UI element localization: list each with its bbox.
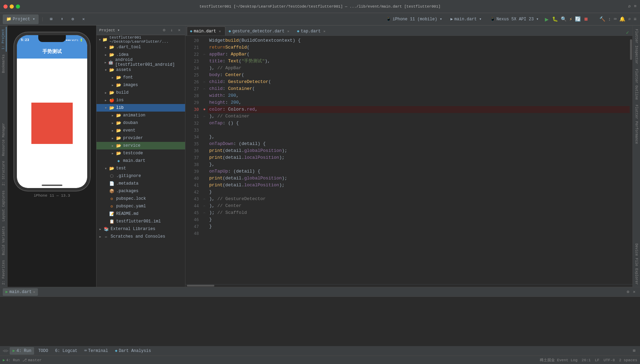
run-settings-icon[interactable]: ⚙ — [625, 289, 631, 295]
tab-close-icon[interactable]: ✕ — [322, 29, 327, 34]
encoding[interactable]: UTF-8 — [603, 358, 615, 362]
next-tab-icon[interactable]: ▷ — [6, 348, 8, 353]
tree-item-scratches[interactable]: ✏ Scratches and Consoles — [96, 233, 185, 240]
more-icon[interactable]: ≡ — [634, 17, 637, 22]
commit-icon[interactable]: ⬆ — [57, 14, 67, 24]
cursor-position[interactable]: 26:1 — [582, 358, 591, 362]
tree-item-font[interactable]: 📂 font — [96, 74, 185, 81]
panel-close-icon[interactable]: ✕ — [176, 27, 182, 33]
run-tab-main[interactable]: ▶ main.dart ✕ — [3, 288, 38, 296]
indent-settings[interactable]: 2 spaces — [619, 358, 637, 362]
tree-item-build[interactable]: 📂 build — [96, 89, 185, 96]
expand-icon — [103, 61, 108, 64]
prev-tab-icon[interactable]: ◁ — [3, 348, 5, 353]
tree-item-root[interactable]: 📁 testflutter001 ~/Desktop/LearnFlutter/… — [96, 36, 185, 43]
terminal-icon[interactable]: ⌨ — [614, 16, 617, 22]
tree-item-iml[interactable]: 📋 testflutter001.iml — [96, 218, 185, 225]
settings-icon-btn[interactable]: ⚙ — [68, 14, 78, 24]
horizontal-scrollbar[interactable] — [185, 284, 632, 287]
hot-reload-icon[interactable]: 🔄 — [575, 16, 581, 22]
flutter-perf-label[interactable]: Flutter Performance — [634, 103, 639, 146]
favorites-label[interactable]: 2: Favorites — [1, 258, 6, 287]
vertical-scrollbar[interactable] — [630, 36, 632, 284]
checkmark-icon[interactable]: ✓ — [624, 30, 631, 35]
tree-item-pubspec-lock[interactable]: ⚙ pubspec.lock — [96, 195, 185, 202]
tab-run[interactable]: ▶ 4: Run — [10, 347, 34, 355]
run-close-icon[interactable]: ✕ — [33, 290, 35, 294]
run-close-panel[interactable]: ✕ — [631, 289, 637, 295]
stop-icon[interactable]: ⏹ — [583, 17, 588, 22]
notifications-icon[interactable]: 🔔 — [619, 16, 625, 22]
tree-item-android[interactable]: 🤖 android [testflutter001_android] — [96, 59, 185, 66]
tree-item-external-libs[interactable]: 📚 External Libraries — [96, 225, 185, 233]
resource-manager-label[interactable]: Resource Manager — [1, 121, 6, 158]
tab-gesture-detector[interactable]: ◆ gesture_detector.dart ✕ — [225, 27, 294, 35]
bookmarks-label[interactable]: Bookmarks — [1, 52, 6, 75]
device-selector[interactable]: 📱 iPhone 11 (mobile) ▾ — [383, 14, 446, 24]
tree-item-metadata[interactable]: 📄 .metadata — [96, 180, 185, 187]
structure-icon[interactable]: ⊞ — [47, 14, 56, 24]
h-scrollbar-thumb[interactable] — [187, 285, 214, 287]
vcs-icon[interactable]: ↕ — [608, 17, 611, 22]
run-config-selector[interactable]: ▶ main.dart ▾ — [447, 14, 485, 24]
tree-item-pubspec-yaml[interactable]: ⚙ pubspec.yaml — [96, 202, 185, 210]
tree-item-images[interactable]: 📂 images — [96, 81, 185, 89]
tree-item-assets[interactable]: 📂 assets — [96, 66, 185, 74]
tree-item-douban[interactable]: 📂 douban — [96, 119, 185, 127]
run-button[interactable]: ▶ — [545, 15, 549, 23]
scrollbar-thumb[interactable] — [630, 39, 632, 60]
lightning-icon[interactable]: ⚡ — [569, 16, 572, 22]
tree-item-main-dart[interactable]: ◆ main.dart — [96, 157, 185, 165]
expand-panel-icon[interactable]: ⊞ — [631, 348, 637, 354]
tab-dart-analysis[interactable]: ◆ Dart Analysis — [112, 347, 154, 355]
search-icon[interactable]: ⌕ — [628, 3, 631, 10]
layout-captures-label[interactable]: Layout Captures — [1, 188, 6, 223]
tree-item-gitignore[interactable]: ⬡ .gitignore — [96, 172, 185, 180]
tree-item-dart-tool[interactable]: 📂 .dart_tool — [96, 43, 185, 51]
git-status[interactable]: ⎇ master — [22, 358, 42, 362]
tree-item-testcode[interactable]: 📂 testcode — [96, 149, 185, 157]
tree-item-animation[interactable]: 📂 animation — [96, 112, 185, 119]
tree-item-event[interactable]: 📂 event — [96, 127, 185, 134]
structure-label[interactable]: 2: Structure — [1, 159, 6, 188]
tree-item-lib[interactable]: 📂 lib — [96, 104, 185, 112]
maximize-button[interactable] — [16, 4, 20, 9]
close-panel-icon[interactable]: ✕ — [79, 14, 88, 24]
build-variants-label[interactable]: Build Variants — [1, 224, 6, 257]
panel-cog-icon[interactable]: ⚙ — [161, 27, 167, 33]
tab-terminal[interactable]: ⌨ Terminal — [82, 347, 111, 355]
minimize-button[interactable] — [10, 4, 14, 9]
tab-todo[interactable]: TODO — [35, 347, 51, 355]
tree-item-service[interactable]: 📂 service — [96, 142, 185, 149]
flutter-inspector-label[interactable]: Flutter Inspector — [634, 27, 639, 66]
tree-item-ios[interactable]: 🍎 ios — [96, 96, 185, 104]
tree-item-readme[interactable]: 📝 README.md — [96, 210, 185, 218]
line-sep[interactable]: LF — [595, 358, 599, 362]
settings-icon[interactable]: ≡ — [634, 4, 637, 9]
search-everywhere-icon[interactable]: ⌕ — [628, 16, 631, 22]
panel-scroll-icon[interactable]: ⇓ — [169, 27, 175, 33]
breakpoint-dot[interactable]: ● — [203, 107, 205, 112]
event-log-btn[interactable]: 稀土掘金 Event Log — [540, 357, 578, 363]
bottom-nav-icons[interactable]: ◁ ▷ — [3, 348, 8, 353]
device-file-label[interactable]: Device File Explorer — [634, 241, 639, 287]
tab-main-dart[interactable]: ◆ main.dart ✕ — [187, 27, 225, 35]
tab-logcat[interactable]: 6: Logcat — [52, 347, 80, 355]
console-area[interactable] — [0, 297, 640, 346]
tab-tap[interactable]: ◆ tap.dart ✕ — [294, 27, 330, 35]
tree-item-test[interactable]: 📂 test — [96, 165, 185, 172]
flutter-outline-label[interactable]: Flutter Outline — [634, 67, 639, 102]
tree-item-packages[interactable]: 📦 .packages — [96, 187, 185, 195]
api-selector[interactable]: 📱 Nexus 5X API 23 ▾ — [487, 14, 542, 24]
tab-close-icon[interactable]: ✕ — [286, 29, 291, 34]
close-button[interactable] — [3, 4, 8, 9]
project-panel-label[interactable]: 1: Project — [1, 27, 7, 52]
project-tab[interactable]: 📁 Project ▾ — [3, 14, 39, 24]
tab-close-icon[interactable]: ✕ — [217, 29, 222, 34]
tree-item-provider[interactable]: 📂 provider — [96, 134, 185, 142]
coverage-icon[interactable]: 🔍 — [561, 16, 567, 22]
debug-icon[interactable]: 🐛 — [552, 16, 558, 22]
run-status-btn[interactable]: ▶ 4: Run — [3, 358, 20, 362]
code-content[interactable]: Widget build(BuildContext context) { ret… — [208, 36, 632, 284]
build-icon[interactable]: 🔨 — [599, 16, 605, 22]
